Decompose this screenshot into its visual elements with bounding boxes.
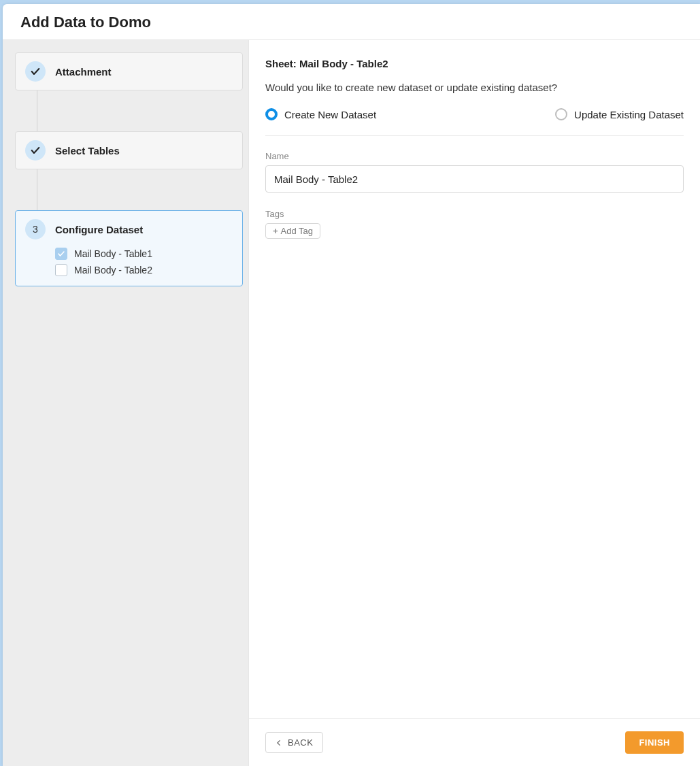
add-tag-button[interactable]: + Add Tag [265,223,320,239]
wizard-sidebar: Attachment Select Tables 3 Configure Dat… [3,40,249,766]
radio-label: Create New Dataset [284,109,376,120]
radio-icon [555,108,567,120]
subitem-label: Mail Body - Table1 [74,248,152,259]
step-number-badge: 3 [25,219,46,239]
subitem-label: Mail Body - Table2 [74,265,152,276]
check-icon [25,140,46,161]
checkbox-icon[interactable] [55,264,67,276]
back-button[interactable]: BACK [265,732,323,753]
radio-icon [265,108,278,120]
tags-label: Tags [265,209,684,219]
finish-button[interactable]: FINISH [625,731,684,754]
chevron-left-icon [276,739,282,746]
step-label: Select Tables [55,145,120,156]
dataset-name-input[interactable] [265,165,684,193]
tags-field: Tags + Add Tag [265,209,684,239]
step-select-tables[interactable]: Select Tables [15,131,243,169]
sheet-heading: Sheet: Mail Body - Table2 [265,58,684,69]
radio-update-existing[interactable]: Update Existing Dataset [555,108,684,120]
step-connector [37,169,38,210]
add-tag-label: Add Tag [281,226,313,236]
name-field: Name [265,151,684,193]
dataset-mode-radios: Create New Dataset Update Existing Datas… [265,108,684,136]
step-attachment[interactable]: Attachment [15,52,243,90]
radio-label: Update Existing Dataset [574,109,684,120]
step-label: Configure Dataset [55,224,143,235]
name-label: Name [265,151,684,161]
main-panel: Sheet: Mail Body - Table2 Would you like… [249,40,700,766]
modal: Add Data to Domo Attachment Select Table… [3,4,700,766]
plus-icon: + [273,226,278,236]
dataset-subitem[interactable]: Mail Body - Table2 [55,264,233,276]
modal-title: Add Data to Domo [3,4,700,40]
step-configure-dataset[interactable]: 3 Configure Dataset Mail Body - Table1 [15,210,243,286]
back-label: BACK [288,737,313,748]
step-label: Attachment [55,66,112,78]
footer: BACK FINISH [249,718,700,766]
prompt-text: Would you like to create new dataset or … [265,82,684,93]
radio-create-new[interactable]: Create New Dataset [265,108,376,120]
step-connector [37,90,38,131]
modal-body: Attachment Select Tables 3 Configure Dat… [3,40,700,766]
dataset-subitem[interactable]: Mail Body - Table1 [55,248,233,260]
check-icon [25,61,46,82]
checkbox-icon[interactable] [55,248,67,260]
